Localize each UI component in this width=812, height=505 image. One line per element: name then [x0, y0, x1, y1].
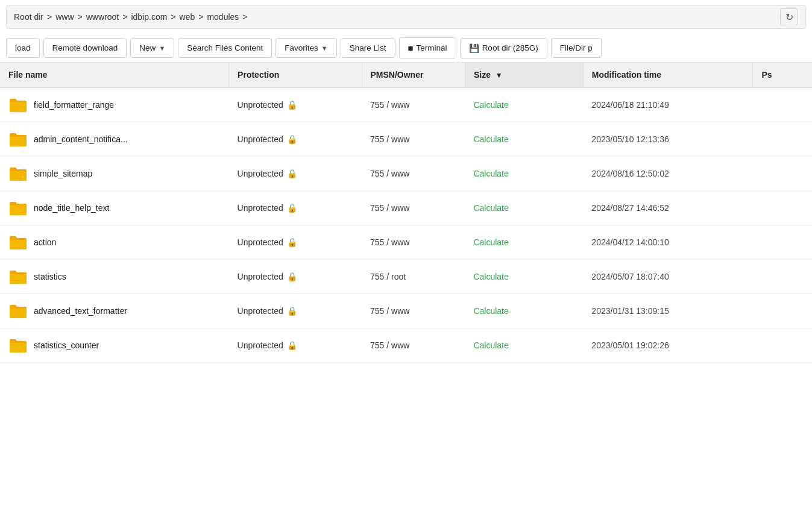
calculate-link[interactable]: Calculate — [473, 340, 508, 350]
col-header-pmsn[interactable]: PMSN/Owner — [362, 63, 465, 87]
file-name-cell: admin_content_notifica... — [0, 122, 229, 157]
calculate-link[interactable]: Calculate — [473, 134, 508, 144]
breadcrumb-sep-5: > — [242, 12, 247, 22]
protection-cell: Unprotected 🔒 — [229, 157, 362, 191]
lock-icon: 🔒 — [287, 272, 297, 281]
file-name-label[interactable]: field_formatter_range — [34, 100, 114, 110]
toolbar: load Remote download New ▼ Search Files … — [0, 34, 812, 63]
protection-cell: Unprotected 🔒 — [229, 87, 362, 122]
sort-desc-icon: ▼ — [496, 71, 503, 80]
pmsn-cell: 755 / www — [362, 122, 465, 157]
table-row[interactable]: advanced_text_formatter Unprotected 🔒 75… — [0, 294, 812, 328]
folder-icon — [8, 131, 28, 148]
size-cell[interactable]: Calculate — [465, 260, 583, 294]
table-row[interactable]: node_title_help_text Unprotected 🔒 755 /… — [0, 191, 812, 225]
file-table: File name Protection PMSN/Owner Size ▼ M… — [0, 63, 812, 363]
root-dir-button[interactable]: 💾 Root dir (285G) — [460, 38, 547, 58]
pmsn-cell: 755 / www — [362, 328, 465, 363]
col-header-size[interactable]: Size ▼ — [465, 63, 583, 87]
file-name-label[interactable]: node_title_help_text — [34, 203, 109, 213]
file-name-label[interactable]: simple_sitemap — [34, 169, 92, 178]
col-header-protection[interactable]: Protection — [229, 63, 362, 87]
ps-cell — [753, 157, 812, 191]
pmsn-cell: 755 / root — [362, 260, 465, 294]
size-cell[interactable]: Calculate — [465, 328, 583, 363]
table-row[interactable]: simple_sitemap Unprotected 🔒 755 / www C… — [0, 157, 812, 191]
favorites-chevron-icon: ▼ — [321, 45, 328, 52]
calculate-link[interactable]: Calculate — [473, 169, 508, 178]
protection-label: Unprotected — [238, 100, 283, 110]
file-name-label[interactable]: admin_content_notifica... — [34, 134, 128, 144]
protection-label: Unprotected — [238, 340, 283, 350]
table-row[interactable]: statistics Unprotected 🔒 755 / root Calc… — [0, 260, 812, 294]
breadcrumb-part-idbip[interactable]: idbip.com — [131, 12, 167, 22]
breadcrumb-part-wwwroot[interactable]: wwwroot — [86, 12, 119, 22]
protection-label: Unprotected — [238, 272, 283, 281]
folder-icon — [8, 96, 28, 113]
modification-cell: 2024/06/18 21:10:49 — [583, 87, 753, 122]
size-cell[interactable]: Calculate — [465, 157, 583, 191]
protection-label: Unprotected — [238, 134, 283, 144]
modification-cell: 2024/05/07 18:07:40 — [583, 260, 753, 294]
calculate-link[interactable]: Calculate — [473, 272, 508, 281]
lock-icon: 🔒 — [287, 203, 297, 213]
protection-cell: Unprotected 🔒 — [229, 225, 362, 260]
breadcrumb-part-web[interactable]: web — [180, 12, 195, 22]
modification-cell: 2024/08/27 14:46:52 — [583, 191, 753, 225]
folder-icon — [8, 165, 28, 182]
file-name-label[interactable]: action — [34, 237, 56, 247]
col-header-modification[interactable]: Modification time — [583, 63, 753, 87]
terminal-button[interactable]: ■ Terminal — [399, 37, 456, 58]
search-files-button[interactable]: Search Files Content — [178, 38, 272, 58]
size-cell[interactable]: Calculate — [465, 294, 583, 328]
col-header-name[interactable]: File name — [0, 63, 229, 87]
file-name-cell: node_title_help_text — [0, 191, 229, 225]
refresh-button[interactable]: ↻ — [780, 8, 798, 25]
breadcrumb-sep-2: > — [122, 12, 127, 22]
pmsn-cell: 755 / www — [362, 294, 465, 328]
ps-cell — [753, 225, 812, 260]
lock-icon: 🔒 — [287, 340, 297, 350]
folder-icon — [8, 234, 28, 251]
lock-icon: 🔒 — [287, 169, 297, 178]
file-name-label[interactable]: advanced_text_formatter — [34, 306, 127, 316]
pmsn-cell: 755 / www — [362, 191, 465, 225]
breadcrumb-part-modules[interactable]: modules — [207, 12, 239, 22]
file-name-cell: simple_sitemap — [0, 157, 229, 191]
upload-button[interactable]: load — [6, 38, 40, 58]
table-row[interactable]: field_formatter_range Unprotected 🔒 755 … — [0, 87, 812, 122]
calculate-link[interactable]: Calculate — [473, 306, 508, 316]
share-list-button[interactable]: Share List — [341, 38, 395, 58]
ps-cell — [753, 294, 812, 328]
size-cell[interactable]: Calculate — [465, 87, 583, 122]
calculate-link[interactable]: Calculate — [473, 237, 508, 247]
col-header-ps[interactable]: Ps — [753, 63, 812, 87]
calculate-link[interactable]: Calculate — [473, 100, 508, 110]
size-cell[interactable]: Calculate — [465, 225, 583, 260]
size-cell[interactable]: Calculate — [465, 122, 583, 157]
new-button[interactable]: New ▼ — [130, 38, 174, 58]
remote-download-button[interactable]: Remote download — [43, 38, 127, 58]
file-name-label[interactable]: statistics_counter — [34, 340, 99, 350]
terminal-icon: ■ — [408, 43, 414, 53]
calculate-link[interactable]: Calculate — [473, 203, 508, 213]
folder-icon — [8, 199, 28, 216]
file-dir-button[interactable]: File/Dir p — [551, 38, 602, 58]
pmsn-cell: 755 / www — [362, 157, 465, 191]
modification-cell: 2024/04/12 14:00:10 — [583, 225, 753, 260]
protection-cell: Unprotected 🔒 — [229, 122, 362, 157]
breadcrumb-part-root[interactable]: Root dir — [14, 12, 43, 22]
pmsn-cell: 755 / www — [362, 225, 465, 260]
table-row[interactable]: statistics_counter Unprotected 🔒 755 / w… — [0, 328, 812, 363]
file-name-cell: advanced_text_formatter — [0, 294, 229, 328]
table-row[interactable]: admin_content_notifica... Unprotected 🔒 … — [0, 122, 812, 157]
file-name-cell: statistics — [0, 260, 229, 294]
ps-cell — [753, 328, 812, 363]
file-name-label[interactable]: statistics — [34, 272, 66, 281]
favorites-button[interactable]: Favorites ▼ — [275, 38, 336, 58]
table-row[interactable]: action Unprotected 🔒 755 / www Calculate… — [0, 225, 812, 260]
breadcrumb-part-www[interactable]: www — [55, 12, 74, 22]
file-name-cell: field_formatter_range — [0, 87, 229, 122]
size-cell[interactable]: Calculate — [465, 191, 583, 225]
lock-icon: 🔒 — [287, 100, 297, 110]
